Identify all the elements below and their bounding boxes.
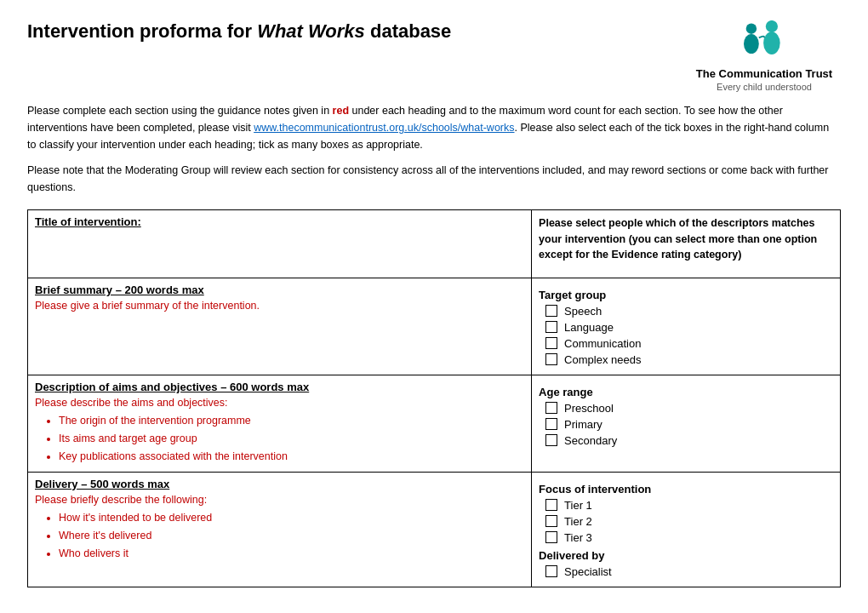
- delivery-heading: Delivery – 500 words max: [35, 478, 524, 490]
- target-group-label: Target group: [539, 289, 833, 301]
- main-table: Title of intervention: Please select peo…: [27, 209, 841, 587]
- delivery-guidance: Please briefly describe the following:: [35, 494, 524, 506]
- note-paragraph: Please note that the Moderating Group wi…: [27, 162, 841, 196]
- aims-cell: Description of aims and objectives – 600…: [28, 375, 532, 472]
- age-range-cell: Age range Preschool Primary Secondary: [532, 375, 841, 472]
- language-checkbox[interactable]: [545, 321, 557, 333]
- tier2-option: Tier 2: [545, 515, 833, 528]
- speech-checkbox[interactable]: [545, 305, 557, 317]
- delivery-list: How it's intended to be delivered Where …: [59, 509, 524, 564]
- delivery-item-2: Where it's delivered: [59, 527, 524, 545]
- aims-guidance: Please describe the aims and objectives:: [35, 397, 524, 409]
- preschool-checkbox[interactable]: [545, 402, 557, 414]
- aims-item-1: The origin of the intervention programme: [59, 412, 524, 430]
- svg-point-2: [766, 20, 778, 32]
- communication-label: Communication: [564, 337, 641, 350]
- complex-needs-label: Complex needs: [564, 353, 641, 366]
- page-header: Intervention proforma for What Works dat…: [27, 20, 841, 92]
- logo-area: The Communication Trust Every child unde…: [688, 20, 841, 92]
- tier1-checkbox[interactable]: [545, 499, 557, 511]
- delivery-item-3: Who delivers it: [59, 545, 524, 563]
- title-heading: Title of intervention:: [35, 215, 524, 228]
- aims-heading: Description of aims and objectives – 600…: [35, 381, 524, 393]
- org-name: The Communication Trust: [696, 67, 832, 82]
- svg-point-0: [746, 24, 757, 34]
- secondary-checkbox[interactable]: [545, 434, 557, 446]
- title-row: Title of intervention: Please select peo…: [28, 209, 841, 278]
- communication-option: Communication: [545, 337, 833, 350]
- delivery-cell: Delivery – 500 words max Please briefly …: [28, 472, 532, 587]
- primary-option: Primary: [545, 418, 833, 431]
- tier1-option: Tier 1: [545, 499, 833, 512]
- delivered-by-label: Delivered by: [539, 549, 833, 562]
- aims-item-3: Key publications associated with the int…: [59, 448, 524, 466]
- right-column-header: Please select people which of the descri…: [539, 215, 833, 263]
- primary-label: Primary: [564, 418, 602, 431]
- tier2-checkbox[interactable]: [545, 515, 557, 527]
- specialist-label: Specialist: [564, 565, 612, 578]
- speech-label: Speech: [564, 305, 602, 318]
- svg-point-3: [763, 32, 780, 54]
- complex-needs-checkbox[interactable]: [545, 353, 557, 365]
- tier1-label: Tier 1: [564, 499, 592, 512]
- aims-item-2: Its aims and target age group: [59, 430, 524, 448]
- tier3-checkbox[interactable]: [545, 531, 557, 543]
- language-label: Language: [564, 321, 614, 334]
- intro-link[interactable]: www.thecommunicationtrust.org.uk/schools…: [254, 122, 514, 134]
- svg-point-1: [744, 34, 759, 54]
- delivery-item-1: How it's intended to be delivered: [59, 509, 524, 527]
- tier3-label: Tier 3: [564, 531, 592, 544]
- aims-list: The origin of the intervention programme…: [59, 412, 524, 467]
- delivery-row: Delivery – 500 words max Please briefly …: [28, 472, 841, 587]
- org-tagline: Every child understood: [717, 82, 812, 92]
- title-cell: Title of intervention:: [28, 209, 532, 278]
- preschool-label: Preschool: [564, 402, 614, 415]
- focus-delivered-cell: Focus of intervention Tier 1 Tier 2 Tier…: [532, 472, 841, 587]
- secondary-label: Secondary: [564, 434, 617, 447]
- target-group-cell: Target group Speech Language Communicati…: [532, 278, 841, 375]
- brief-summary-cell: Brief summary – 200 words max Please giv…: [28, 278, 532, 375]
- speech-option: Speech: [545, 305, 833, 318]
- focus-label: Focus of intervention: [539, 483, 833, 496]
- tier2-label: Tier 2: [564, 515, 592, 528]
- complex-needs-option: Complex needs: [545, 353, 833, 366]
- tier3-option: Tier 3: [545, 531, 833, 544]
- right-header-cell: Please select people which of the descri…: [532, 209, 841, 278]
- secondary-option: Secondary: [545, 434, 833, 447]
- age-range-label: Age range: [539, 386, 833, 398]
- logo-icon: [730, 20, 798, 67]
- communication-checkbox[interactable]: [545, 337, 557, 349]
- brief-summary-row: Brief summary – 200 words max Please giv…: [28, 278, 841, 375]
- primary-checkbox[interactable]: [545, 418, 557, 430]
- page-title: Intervention proforma for What Works dat…: [27, 20, 451, 43]
- brief-summary-guidance: Please give a brief summary of the inter…: [35, 300, 524, 312]
- aims-row: Description of aims and objectives – 600…: [28, 375, 841, 472]
- specialist-checkbox[interactable]: [545, 565, 557, 577]
- intro-paragraph: Please complete each section using the g…: [27, 102, 841, 153]
- specialist-option: Specialist: [545, 565, 833, 578]
- brief-summary-heading: Brief summary – 200 words max: [35, 284, 524, 296]
- preschool-option: Preschool: [545, 402, 833, 415]
- language-option: Language: [545, 321, 833, 334]
